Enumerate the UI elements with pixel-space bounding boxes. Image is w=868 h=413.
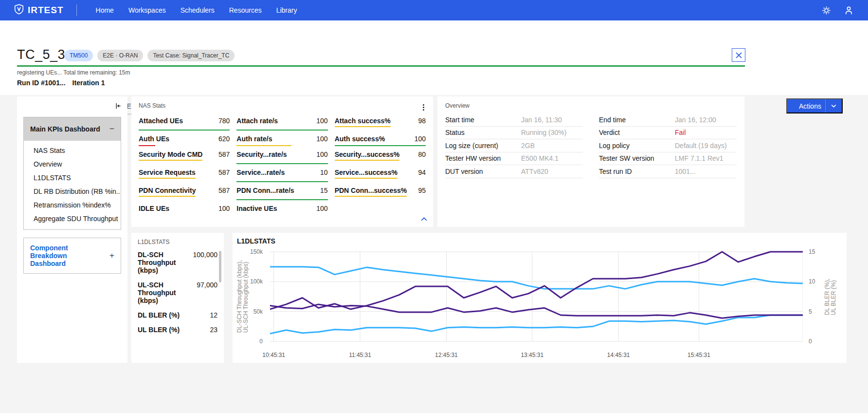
left-axis-ticks: 150k100k50k0	[247, 251, 267, 342]
nav-item-home[interactable]: Home	[89, 0, 121, 20]
stat-label: Security Mode CMD	[139, 150, 202, 161]
app-logo[interactable]: IRTEST	[14, 3, 64, 17]
overview-label: Test run ID	[599, 168, 675, 175]
actions-button[interactable]: Actions	[786, 98, 843, 113]
x-axis-labels: 10:45:3111:45:3112:45:3113:45:3114:45:31…	[270, 352, 803, 359]
overview-value: Default (19 days)	[675, 142, 737, 150]
chevron-down-icon[interactable]	[825, 99, 842, 113]
nav-item-resources[interactable]: Resources	[222, 0, 269, 20]
stat-cell: Auth success%100	[335, 135, 426, 146]
header-divider	[76, 4, 77, 16]
tag: TM500	[64, 50, 93, 61]
line-chart-plot[interactable]	[270, 251, 803, 342]
stat-label: Service Requests	[139, 169, 196, 179]
stat-label: Auth rate/s	[236, 135, 272, 143]
stat-cell: Service...success%94	[335, 169, 426, 182]
stat-label: Service...rate/s	[236, 169, 285, 176]
overview-row: VerdictFail	[599, 127, 737, 140]
stat-value: 587	[218, 169, 230, 176]
stat-value: 100	[316, 117, 327, 125]
overview-label: Tester SW version	[599, 154, 675, 162]
stat-value: 100	[316, 135, 327, 143]
expand-plus-icon[interactable]: +	[109, 251, 114, 261]
dashboard-group-component-breakdown[interactable]: Component Breakdown Dashboard +	[23, 238, 121, 274]
component-breakdown-link[interactable]: Component Breakdown Dashboard	[30, 244, 103, 267]
collapse-minus-icon[interactable]: −	[109, 124, 114, 134]
stat-label: Attached UEs	[139, 117, 183, 125]
y-tick-right: 15	[809, 248, 815, 255]
overview-value: Jan 16, 12:00	[675, 116, 737, 124]
header-actions	[820, 4, 854, 16]
run-id: Run ID #1001...	[17, 79, 66, 87]
y-tick-right: 10	[809, 278, 815, 285]
chevron-up-icon[interactable]	[421, 214, 427, 223]
nav-item-workspaces[interactable]: Workspaces	[121, 0, 173, 20]
overview-value: Fail	[675, 129, 737, 136]
y-tick-right: 0	[809, 338, 812, 345]
user-profile-icon[interactable]	[843, 4, 854, 16]
stat-label: Auth UEs	[139, 135, 169, 143]
y-tick-left: 0	[259, 338, 263, 345]
sidebar-item[interactable]: Aggregate SDU Throughput	[24, 212, 121, 225]
sidebar-item[interactable]: DL RB Distribution (RB %in...	[24, 185, 121, 198]
y-tick-left: 150k	[250, 248, 263, 255]
sidebar-item[interactable]: Retransmission %index%	[24, 198, 121, 212]
chart-title: L1DLSTATS	[237, 237, 275, 245]
group-header-main-kpis[interactable]: Main KPIs Dashboard −	[24, 117, 121, 141]
stat-value: 100	[316, 150, 327, 158]
stat-cell: Inactive UEs100	[236, 205, 327, 216]
overview-label: Status	[445, 129, 521, 136]
iteration: Iteration 1	[72, 79, 105, 87]
close-button[interactable]	[732, 48, 745, 62]
nas-stats-grid: Attached UEs780Attach rate/s100Attach su…	[139, 117, 426, 216]
stat-value: 98	[418, 117, 426, 125]
l1dl-value: 23	[210, 326, 217, 334]
tag-row: TM500E2E · O-RANTest Case: Signal_Tracer…	[64, 50, 235, 61]
stat-label: Attach success%	[335, 117, 391, 127]
overview-row: DUT versionATTv820	[445, 165, 583, 178]
shield-logo-icon	[14, 3, 24, 17]
nav-item-library[interactable]: Library	[269, 0, 305, 20]
overview-label: Log policy	[599, 142, 675, 150]
overview-value: Jan 16, 11:30	[521, 116, 583, 124]
stat-label: Service...success%	[335, 169, 398, 179]
top-navigation-bar: IRTEST HomeWorkspacesSchedulersResources…	[0, 0, 868, 20]
overview-row: Log policyDefault (19 days)	[599, 139, 737, 152]
nav-item-schedulers[interactable]: Schedulers	[173, 0, 222, 20]
overview-label: DUT version	[445, 168, 521, 175]
overview-value: 2GB	[521, 142, 583, 150]
stat-cell: Service...rate/s10	[236, 169, 327, 182]
settings-gear-icon[interactable]	[820, 4, 832, 16]
overview-value: ATTv820	[521, 168, 583, 175]
stat-value: 780	[218, 117, 230, 125]
run-info-line: Run ID #1001... Iteration 1	[17, 79, 105, 87]
main-nav: HomeWorkspacesSchedulersResourcesLibrary	[89, 0, 305, 20]
group-item-list: NAS StatsOverviewL1DLSTATSDL RB Distribu…	[24, 141, 121, 229]
sidebar-item[interactable]: L1DLSTATS	[24, 171, 121, 185]
overview-columns: Start timeJan 16, 11:30StatusRunning (30…	[445, 113, 737, 178]
underline-red	[139, 145, 155, 146]
stat-label: Security...success%	[335, 150, 400, 161]
sidebar-item[interactable]: Overview	[24, 157, 121, 171]
stat-label: Security...rate/s	[236, 150, 287, 158]
right-axis-ticks: 151050	[807, 251, 821, 342]
x-tick-label: 15:45:31	[687, 352, 710, 358]
stat-value: 80	[418, 150, 426, 158]
overview-panel: Overview Start timeJan 16, 11:30StatusRu…	[437, 96, 744, 227]
overview-title: Overview	[445, 102, 737, 109]
underline-yellow	[236, 145, 291, 146]
l1dl-row: DL-SCH Throughput (kbps)100,000	[138, 251, 217, 274]
scrollbar-thumb[interactable]	[219, 251, 221, 282]
l1dl-label: UL BLER (%)	[138, 326, 184, 334]
stat-value: 100	[218, 205, 230, 212]
overview-label: Start time	[445, 116, 521, 124]
panel-collapse-icon[interactable]	[112, 100, 123, 111]
l1dlstats-chart-panel: L1DLSTATS DL-SCH Throughput (kbps),UL-SC…	[233, 233, 847, 363]
stat-value: 100	[316, 205, 327, 212]
sidebar-item[interactable]: NAS Stats	[24, 144, 121, 157]
test-header-section: TC_5_3 TM500E2E · O-RANTest Case: Signal…	[0, 20, 868, 95]
l1dl-row: DL BLER (%)12	[138, 311, 217, 319]
stat-cell: Auth UEs620	[139, 135, 230, 146]
l1dl-label: DL-SCH Throughput (kbps)	[138, 251, 184, 274]
overflow-menu-icon[interactable]	[419, 103, 428, 112]
